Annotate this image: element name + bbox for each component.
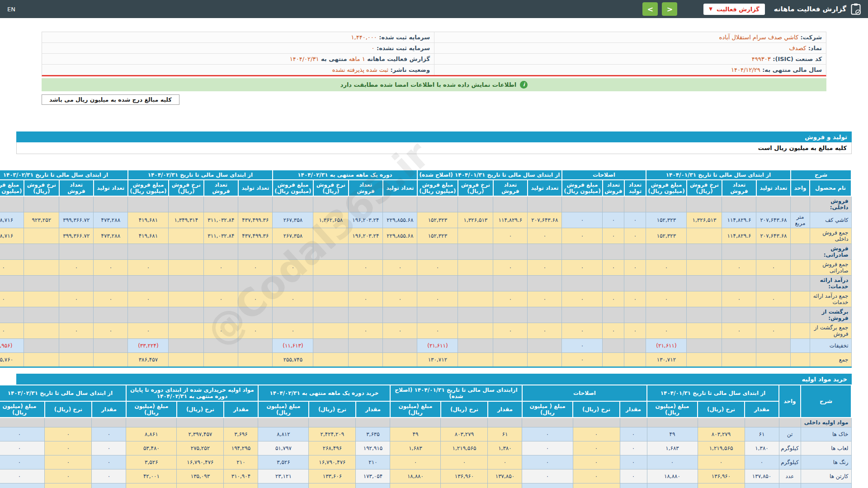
cell	[493, 307, 528, 323]
value-cell: ۰	[441, 455, 488, 469]
value-cell	[458, 260, 493, 276]
value-cell	[313, 353, 349, 367]
total-row: جمع فروش صادراتی۰۰۰۰۰۰۰۰۰۰۰۰۰۰۰۰۰۰	[0, 260, 851, 276]
value-cell: ۰	[273, 291, 313, 307]
value-cell: ۱۳,۸۷۳	[126, 483, 177, 488]
cell	[573, 418, 620, 427]
column-header: نرخ (ریال)	[573, 401, 620, 418]
column-header: واحد	[779, 385, 801, 418]
value-cell	[169, 323, 204, 339]
cell	[441, 418, 488, 427]
value-cell	[238, 339, 273, 353]
column-header: واحد	[791, 180, 810, 196]
report-type-dropdown[interactable]: گزارش فعالیت ▼	[703, 4, 764, 15]
value-cell: ۱,۶۸۳	[390, 441, 441, 455]
value-cell: ۰	[273, 260, 313, 276]
value-cell: ۴۱۹,۶۸۱	[128, 212, 169, 228]
section-label: برگشت از فروش:	[810, 307, 851, 323]
value-cell: ۰	[646, 260, 687, 276]
cell	[0, 307, 24, 323]
cell	[169, 196, 204, 212]
value-cell: ۱,۲۱۹,۵۶۵	[698, 441, 745, 455]
info-icon: i	[520, 81, 528, 89]
section-row: درآمد ارائه خدمات:	[0, 276, 851, 291]
cell	[624, 307, 646, 323]
value-cell	[458, 291, 493, 307]
column-header: مبلغ ( میلیون ریال)	[522, 401, 573, 418]
section-label: مواد اولیه داخلی	[801, 418, 851, 427]
value-cell: ۰	[620, 455, 647, 469]
value-cell	[169, 339, 204, 353]
total-row: جمع۱۳۰,۷۱۲۰۱۳۰,۷۱۲۲۵۵,۷۴۵۳۸۶,۴۵۷۳۶۵,۷۶۰	[0, 353, 851, 367]
cell	[349, 276, 383, 291]
info-cell: شرکت: کاشي صدف سرام استقلال آباده	[434, 32, 826, 43]
cell	[349, 196, 383, 212]
value-cell	[756, 353, 791, 367]
cell	[45, 418, 92, 427]
cell	[94, 244, 128, 260]
cell	[204, 244, 238, 260]
value-cell: ۰	[238, 260, 273, 276]
value-cell: ۳,۶۹۶	[224, 427, 258, 441]
value-cell: ۰	[45, 441, 92, 455]
column-header: تعداد تولید	[756, 180, 791, 196]
unit-cell	[791, 260, 810, 276]
next-report-button[interactable]: >	[642, 2, 658, 16]
section-row: فروش داخلی:	[0, 196, 851, 212]
value-cell: ۱,۳۴۹,۳۱۴	[169, 212, 204, 228]
value-cell: ۰	[92, 427, 126, 441]
column-header: تعداد تولید	[624, 180, 646, 196]
column-header: مبلغ فروش (میلیون ریال)	[273, 180, 313, 196]
value-cell: ۱۹۶,۲۰۳.۲۴	[349, 228, 383, 244]
value-cell: ۲۶۸,۴۹۶	[309, 441, 356, 455]
value-cell: ۱۱۴,۸۲۹.۶	[722, 212, 756, 228]
cell	[24, 196, 59, 212]
unit-note-button[interactable]: کلیه مبالغ درج شده به میلیون ریال می باش…	[42, 94, 179, 105]
language-toggle[interactable]: EN	[7, 6, 15, 13]
cell	[528, 307, 562, 323]
value-cell: ۸,۸۶۱	[126, 427, 177, 441]
value-cell: ۳۸۶,۴۵۷	[128, 353, 169, 367]
value-cell	[313, 260, 349, 276]
previous-report-button[interactable]: <	[662, 2, 677, 16]
info-value: ۴۹۹۳۰۳	[752, 56, 771, 62]
info-cell: سرمایه ثبت شده: ۱,۴۴۰,۰۰۰	[42, 32, 434, 43]
cell	[624, 196, 646, 212]
value-cell: ۰	[722, 260, 756, 276]
raw-materials-section-header: خرید مواد اولیه	[16, 374, 852, 385]
info-cell: وضعیت ناشر: ثبت شده پذیرفته نشده	[42, 65, 434, 75]
total-row: جمع درآمد ارائه خدمات۰۰۰۰۰۰۰۰۰۰۰۰۰۰۰۰۰۰	[0, 291, 851, 307]
cell	[177, 418, 224, 427]
value-cell: ۰	[493, 323, 528, 339]
cell	[313, 307, 349, 323]
cell	[458, 244, 493, 260]
cell	[24, 307, 59, 323]
value-cell	[687, 291, 722, 307]
cell	[169, 307, 204, 323]
column-header: مقدار	[745, 401, 779, 418]
value-cell	[383, 339, 417, 353]
value-cell: ۳,۵۲۶	[258, 455, 309, 469]
value-cell: ۰	[528, 228, 562, 244]
cell	[24, 276, 59, 291]
value-cell: ۳۶۸,۷۱۶	[0, 212, 24, 228]
cell	[313, 244, 349, 260]
value-cell	[528, 339, 562, 353]
row-label: پالت چوبي	[801, 483, 851, 488]
column-header: نام محصول	[810, 180, 851, 196]
value-cell: ۱,۳۲۶,۵۱۳	[687, 212, 722, 228]
data-row: پالت چوبيعدد۹۰۰۳,۹۹۰,۰۰۰۳,۵۹۱۰۰۰۹۰۰۳,۹۹۰…	[0, 483, 851, 488]
raw-materials-table: شرحواحداز ابتدای سال مالی تا تاریخ ۱۴۰۴/…	[0, 385, 852, 488]
cell	[791, 196, 810, 212]
column-header: تعداد تولید	[238, 180, 273, 196]
cell	[59, 276, 94, 291]
value-cell: ۱۳۷,۸۵۰	[488, 469, 522, 483]
value-cell: ۰	[603, 291, 624, 307]
cell	[356, 418, 390, 427]
cell	[0, 244, 24, 260]
value-cell: ۲۰۷,۶۴۳.۶۸	[756, 228, 791, 244]
column-header: از ابتدای سال مالی تا تاریخ ۱۴۰۴/۰۱/۳۱	[646, 170, 791, 180]
disc-row: تخفیفات(۲۱,۶۱۱)۰(۲۱,۶۱۱)(۱۱,۶۱۳)(۳۳,۲۲۴)…	[0, 339, 851, 353]
column-header: از ابتدای سال مالی تا تاریخ ۱۴۰۳/۰۲/۳۱	[0, 170, 128, 180]
unit-cell	[791, 291, 810, 307]
